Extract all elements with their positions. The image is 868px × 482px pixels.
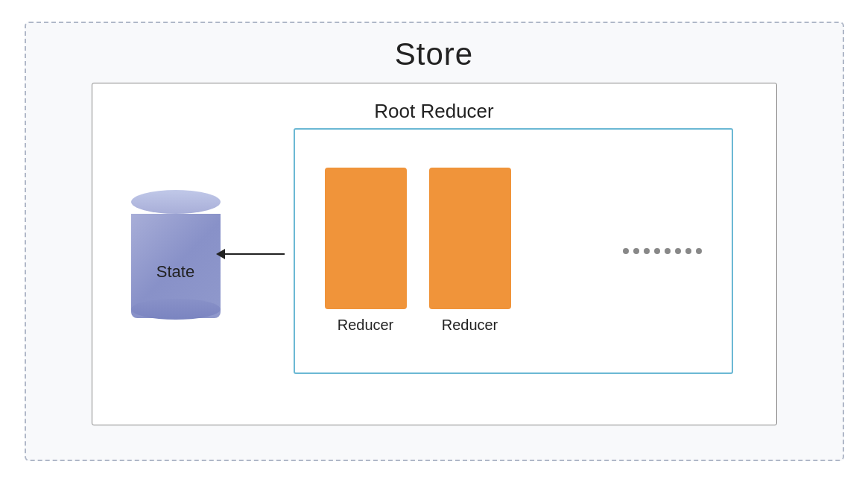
dot-3 xyxy=(644,248,650,254)
arrow-line xyxy=(225,253,285,255)
arrow-head xyxy=(216,249,225,259)
dots-line xyxy=(623,248,702,254)
dot-1 xyxy=(623,248,629,254)
state-cylinder: State xyxy=(131,190,221,318)
dot-4 xyxy=(654,248,660,254)
root-reducer-label: Root Reducer xyxy=(374,100,493,123)
arrow-area xyxy=(225,253,285,255)
cylinder-top xyxy=(131,190,221,214)
dot-8 xyxy=(696,248,702,254)
cylinder-body: State xyxy=(131,214,221,318)
reducer-block-2: Reducer xyxy=(429,168,511,334)
reducer-rect-1 xyxy=(325,168,407,309)
dot-2 xyxy=(633,248,639,254)
reducer-rect-2 xyxy=(429,168,511,309)
cylinder-bottom-ellipse xyxy=(131,299,221,320)
state-label: State xyxy=(156,261,194,281)
reducer-label-2: Reducer xyxy=(442,317,498,334)
dot-6 xyxy=(675,248,681,254)
store-inner-box: Root Reducer State Reducer Reducer xyxy=(92,83,777,425)
store-title: Store xyxy=(395,37,473,72)
dot-7 xyxy=(685,248,691,254)
dot-5 xyxy=(665,248,671,254)
reducer-label-1: Reducer xyxy=(338,317,394,334)
store-container: Store Root Reducer State Reducer xyxy=(25,22,844,461)
root-reducer-box: Reducer Reducer xyxy=(294,128,733,374)
reducer-block-1: Reducer xyxy=(325,168,407,334)
